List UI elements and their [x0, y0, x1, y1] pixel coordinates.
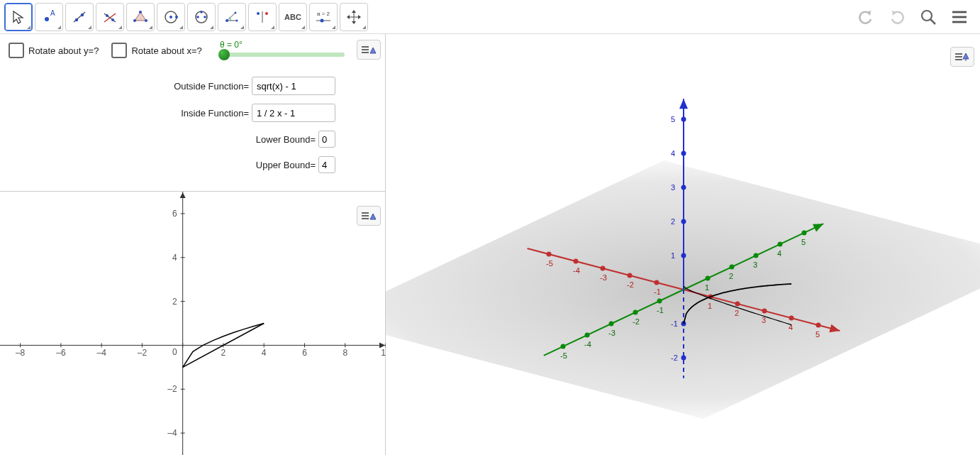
svg-point-118 — [816, 323, 821, 328]
svg-point-112 — [735, 302, 740, 307]
polygon-tool[interactable] — [126, 3, 155, 31]
svg-point-18 — [204, 16, 206, 18]
svg-point-27 — [265, 12, 268, 15]
svg-point-136 — [778, 242, 783, 247]
svg-point-11 — [145, 19, 147, 22]
svg-point-19 — [200, 11, 203, 13]
svg-point-122 — [585, 333, 590, 338]
svg-line-21 — [227, 13, 235, 21]
svg-point-38 — [922, 11, 932, 21]
svg-text:8: 8 — [343, 348, 347, 358]
svg-point-128 — [657, 299, 662, 304]
theta-label: θ = 0° — [220, 40, 243, 50]
svg-point-104 — [601, 266, 606, 271]
svg-point-4 — [81, 13, 84, 16]
perpendicular-tool[interactable] — [96, 3, 124, 31]
reflect-tool[interactable] — [248, 3, 277, 31]
svg-point-124 — [609, 322, 614, 327]
inside-function-input[interactable] — [252, 104, 335, 122]
svg-marker-54 — [180, 192, 186, 198]
svg-point-14 — [169, 16, 172, 18]
svg-text:–2: –2 — [167, 384, 177, 394]
svg-text:1: 1 — [705, 283, 709, 292]
svg-text:A: A — [50, 9, 55, 17]
text-tool[interactable]: ABC — [279, 3, 307, 31]
svg-text:6: 6 — [172, 209, 177, 219]
redo-button[interactable] — [885, 5, 909, 29]
svg-point-7 — [106, 14, 108, 17]
toolbar-right — [854, 5, 976, 29]
inside-function-label: Inside Function= — [181, 108, 249, 119]
svg-text:–8: –8 — [16, 348, 26, 358]
svg-line-39 — [930, 19, 935, 24]
svg-text:–6: –6 — [56, 348, 66, 358]
graph-3d-panel[interactable]: -5-4-3-2-112345-5-4-3-2-112345-2-112345 — [386, 34, 980, 455]
rotate-x-checkbox[interactable] — [111, 43, 127, 58]
svg-point-140 — [681, 356, 686, 361]
outside-function-label: Outside Function= — [174, 81, 249, 92]
svg-marker-33 — [352, 21, 356, 24]
panel-style-button-controls[interactable] — [357, 40, 381, 60]
svg-text:1: 1 — [708, 302, 712, 310]
move-tool[interactable] — [4, 3, 33, 31]
svg-point-8 — [111, 18, 114, 21]
graph-3d-svg: -5-4-3-2-112345-5-4-3-2-112345-2-112345 — [386, 34, 980, 455]
svg-text:-3: -3 — [608, 329, 616, 337]
search-button[interactable] — [916, 5, 940, 29]
slider-tool-label: a = 2 — [317, 11, 330, 17]
svg-text:-5: -5 — [546, 259, 553, 268]
svg-point-23 — [236, 19, 238, 21]
svg-text:2: 2 — [735, 309, 739, 317]
svg-point-15 — [175, 16, 178, 18]
theta-slider[interactable] — [220, 53, 345, 57]
svg-text:4: 4 — [671, 149, 675, 158]
rotate-y-checkbox[interactable] — [9, 43, 24, 58]
svg-text:3: 3 — [762, 316, 766, 324]
angle-tool[interactable] — [218, 3, 246, 31]
svg-point-126 — [633, 310, 638, 315]
svg-point-134 — [754, 253, 759, 258]
svg-point-152 — [681, 117, 686, 122]
svg-text:5: 5 — [671, 115, 675, 124]
line-tool[interactable] — [65, 3, 94, 31]
menu-button[interactable] — [947, 5, 971, 29]
upper-bound-input[interactable] — [318, 156, 335, 173]
svg-text:-4: -4 — [584, 340, 591, 349]
ellipse-tool[interactable] — [187, 3, 216, 31]
text-tool-label: ABC — [284, 13, 301, 21]
pan-tool[interactable] — [340, 3, 368, 31]
svg-point-24 — [235, 11, 237, 13]
point-tool[interactable]: A — [35, 3, 63, 31]
circle-tool[interactable] — [157, 3, 185, 31]
svg-point-102 — [574, 259, 579, 264]
svg-text:6: 6 — [302, 348, 307, 358]
svg-text:-2: -2 — [627, 280, 634, 289]
rotate-x-label: Rotate about x=? — [131, 45, 201, 56]
svg-point-130 — [706, 276, 711, 281]
svg-text:-3: -3 — [600, 273, 607, 282]
svg-point-138 — [802, 231, 807, 236]
slider-tool[interactable]: a = 2 — [309, 3, 338, 31]
outside-function-input[interactable] — [252, 77, 335, 95]
svg-marker-34 — [347, 15, 350, 19]
svg-text:2: 2 — [671, 217, 675, 226]
svg-point-100 — [547, 252, 552, 257]
lower-bound-label: Lower Bound= — [256, 134, 316, 145]
svg-point-22 — [225, 19, 228, 22]
svg-text:–4: –4 — [96, 348, 106, 358]
lower-bound-input[interactable] — [318, 131, 335, 148]
svg-text:2: 2 — [172, 297, 177, 307]
svg-point-12 — [133, 19, 136, 22]
undo-button[interactable] — [854, 5, 878, 29]
svg-text:5: 5 — [801, 238, 806, 246]
svg-text:4: 4 — [262, 348, 267, 358]
svg-point-29 — [321, 18, 324, 22]
svg-point-108 — [655, 280, 659, 285]
rotate-y-label: Rotate about y=? — [28, 45, 99, 56]
svg-text:4: 4 — [172, 253, 177, 263]
graph-2d-panel[interactable]: –8–6–4–2246810–4–22460 — [0, 192, 385, 455]
svg-point-148 — [681, 185, 686, 190]
svg-point-10 — [139, 11, 142, 13]
svg-point-132 — [730, 265, 735, 270]
svg-marker-35 — [358, 15, 361, 19]
